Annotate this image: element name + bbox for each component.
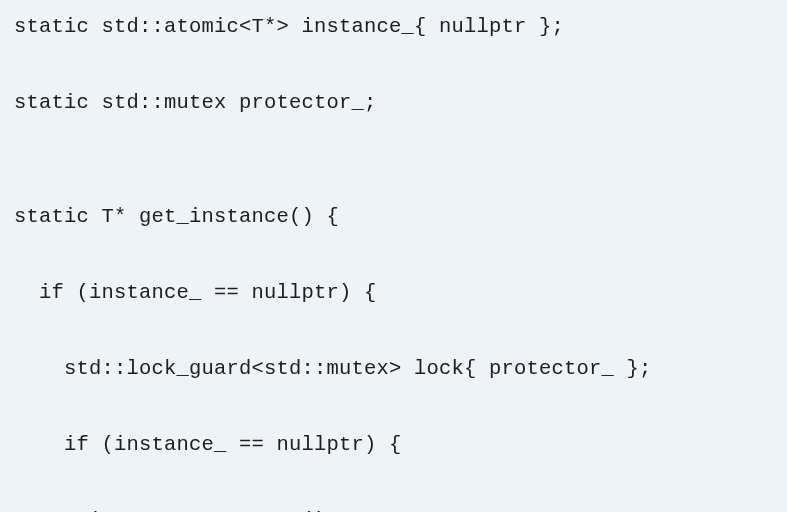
- code-line: static T* get_instance() {: [14, 198, 773, 236]
- code-line: static std::mutex protector_;: [14, 84, 773, 122]
- code-line: if (instance_ == nullptr) {: [14, 274, 773, 312]
- code-line: std::lock_guard<std::mutex> lock{ protec…: [14, 350, 773, 388]
- code-block: static std::atomic<T*> instance_{ nullpt…: [0, 0, 787, 512]
- code-line: static std::atomic<T*> instance_{ nullpt…: [14, 8, 773, 46]
- code-line: instance_ = new T();: [14, 502, 773, 512]
- code-line: if (instance_ == nullptr) {: [14, 426, 773, 464]
